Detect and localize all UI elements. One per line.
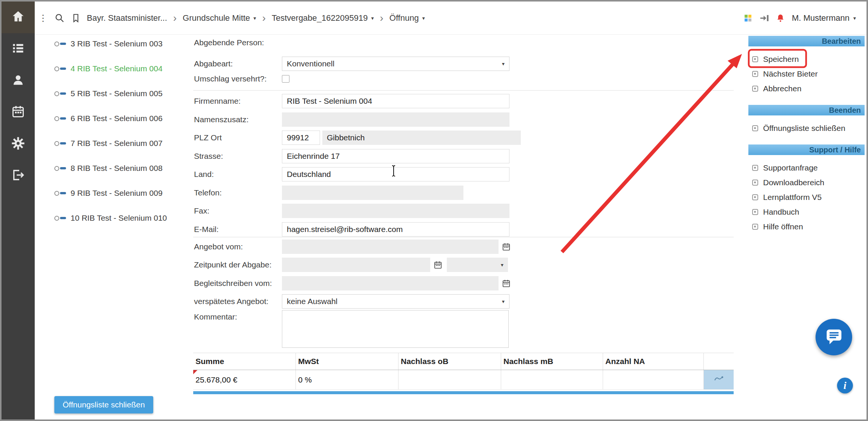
app-window: ⋮ Bayr. Staatsminister... › Grundschule … [0, 0, 868, 421]
export-save-icon[interactable] [759, 13, 769, 23]
firmenname-input[interactable] [282, 94, 509, 108]
action-icon [752, 194, 758, 200]
calendar-icon[interactable] [502, 243, 511, 251]
umschlag-versehrt-checkbox[interactable] [282, 75, 289, 83]
action-item-abbrechen[interactable]: Abbrechen [748, 81, 865, 96]
info-button[interactable]: i [837, 378, 853, 393]
telefon-input[interactable] [282, 186, 463, 200]
record-icon [54, 166, 66, 171]
action-item-downloadbereich[interactable]: Downloadbereich [748, 175, 865, 190]
land-input[interactable] [282, 167, 509, 181]
record-icon [54, 216, 66, 221]
table-header-nachlass-mb: Nachlass mB [501, 353, 603, 370]
sidebar-item-logout[interactable] [2, 160, 35, 192]
table-cell-anzahl-na[interactable] [603, 370, 704, 389]
sidebar-item-settings[interactable] [2, 128, 35, 160]
action-label: Downloadbereich [763, 178, 824, 187]
table-cell-widget[interactable] [704, 370, 734, 389]
home-icon [11, 9, 25, 25]
form-row-fax: Fax: [194, 204, 509, 218]
action-icon [752, 165, 758, 171]
user-name: M. Mustermann [792, 13, 850, 23]
fax-input[interactable] [282, 204, 509, 218]
list-item-bidder-6[interactable]: 6 RIB Test - Selenium 006 [54, 110, 185, 127]
action-item-oeffnungsliste-schliessen[interactable]: Öffnungsliste schließen [748, 121, 865, 135]
action-item-hilfe-oeffnen[interactable]: Hilfe öffnen [748, 219, 865, 234]
list-item-bidder-5[interactable]: 5 RIB Test - Selenium 005 [54, 85, 185, 102]
overflow-menu-icon[interactable]: ⋮ [38, 13, 48, 23]
zeitpunkt-date-input[interactable] [282, 258, 430, 272]
record-icon [54, 41, 66, 46]
action-icon [752, 56, 758, 62]
chevron-down-icon: ▾ [254, 15, 256, 21]
chat-button[interactable] [816, 319, 852, 355]
user-menu[interactable]: M. Mustermann ▾ [792, 13, 856, 23]
chevron-down-icon: ▾ [371, 15, 374, 21]
strasse-input[interactable] [282, 149, 509, 163]
bidder-list: 3 RIB Test - Selenium 003 4 RIB Test - S… [35, 35, 185, 419]
breadcrumb-item-staatsministerium[interactable]: Bayr. Staatsminister... [87, 13, 167, 23]
list-item-bidder-8[interactable]: 8 RIB Test - Selenium 008 [54, 160, 185, 177]
sidebar-item-home[interactable] [2, 2, 35, 33]
chevron-down-icon: ▾ [422, 15, 425, 21]
zeitpunkt-time-select[interactable]: ▾ [447, 258, 508, 272]
action-item-naechster-bieter[interactable]: Nächster Bieter [748, 66, 865, 81]
field-label: verspätetes Angebot: [194, 297, 282, 306]
action-item-supportanfrage[interactable]: Supportanfrage [748, 160, 865, 175]
search-icon[interactable] [54, 13, 65, 23]
sidebar-item-list[interactable] [2, 33, 35, 65]
action-icon [752, 180, 758, 186]
field-label: Fax: [194, 206, 282, 215]
list-item-bidder-10[interactable]: 10 RIB Test - Selenium 010 [54, 210, 185, 226]
record-icon [54, 91, 66, 96]
notification-icon[interactable] [776, 14, 785, 23]
list-item-bidder-7[interactable]: 7 RIB Test - Selenium 007 [54, 135, 185, 152]
table-cell-mwst[interactable]: 0 % [296, 370, 399, 389]
logout-icon [11, 168, 25, 183]
table-cell-summe[interactable]: 25.678,00 € [193, 370, 296, 389]
breadcrumb-item-grundschule-mitte[interactable]: Grundschule Mitte ▾ [183, 13, 256, 23]
email-input[interactable] [282, 222, 509, 237]
table-scrollbar[interactable] [193, 391, 734, 394]
ort-input[interactable] [322, 131, 521, 145]
list-item-bidder-3[interactable]: 3 RIB Test - Selenium 003 [54, 35, 185, 52]
form-divider [193, 90, 734, 91]
bookmark-icon[interactable] [71, 13, 81, 23]
sidebar-item-calendar[interactable] [2, 97, 35, 128]
abgabeart-select[interactable]: Konventionell ▾ [282, 57, 509, 71]
field-label: Abgebende Person: [194, 38, 282, 47]
field-label: E-Mail: [194, 225, 282, 234]
sidebar-item-contacts[interactable] [2, 65, 35, 97]
namenszusatz-input[interactable] [282, 112, 509, 127]
field-label: Strasse: [194, 152, 282, 161]
form-row-angebot-vom: Angebot vom: [194, 240, 511, 254]
form-row-namenszusatz: Namenszusatz: [194, 112, 509, 127]
field-label: Abgabeart: [194, 59, 282, 68]
list-item-bidder-4-selected[interactable]: 4 RIB Test - Selenium 004 [54, 60, 185, 77]
close-opening-list-button[interactable]: Öffnungsliste schließen [54, 396, 153, 413]
action-item-handbuch[interactable]: Handbuch [748, 204, 865, 219]
record-icon [54, 116, 66, 121]
form-row-email: E-Mail: [194, 222, 509, 237]
calendar-icon[interactable] [502, 279, 511, 288]
table-cell-nachlass-ob[interactable] [399, 370, 501, 389]
table-cell-nachlass-mb[interactable] [501, 370, 603, 389]
action-label: Handbuch [763, 207, 799, 217]
action-label: Supportanfrage [763, 163, 818, 172]
action-item-lernplattform-v5[interactable]: Lernplattform V5 [748, 190, 865, 204]
breadcrumb-item-oeffnung[interactable]: Öffnung ▾ [389, 13, 425, 23]
begleitschreiben-input[interactable] [282, 276, 499, 290]
breadcrumb-label: Grundschule Mitte [183, 13, 250, 23]
table-header-anzahl-na: Anzahl NA [603, 353, 704, 370]
angebot-vom-input[interactable] [282, 240, 499, 254]
breadcrumb-item-testvergabe[interactable]: Testvergabe_1622095919 ▾ [272, 13, 374, 23]
list-item-bidder-9[interactable]: 9 RIB Test - Selenium 009 [54, 185, 185, 201]
kommentar-textarea[interactable] [282, 310, 509, 348]
plz-input[interactable] [282, 131, 320, 145]
action-label: Speichern [763, 55, 799, 64]
action-label: Lernplattform V5 [763, 193, 822, 202]
verspaetetes-angebot-select[interactable]: keine Auswahl ▾ [282, 294, 509, 309]
apps-icon[interactable] [743, 14, 753, 23]
calendar-icon[interactable] [434, 261, 442, 269]
action-item-speichern[interactable]: Speichern [748, 52, 865, 66]
